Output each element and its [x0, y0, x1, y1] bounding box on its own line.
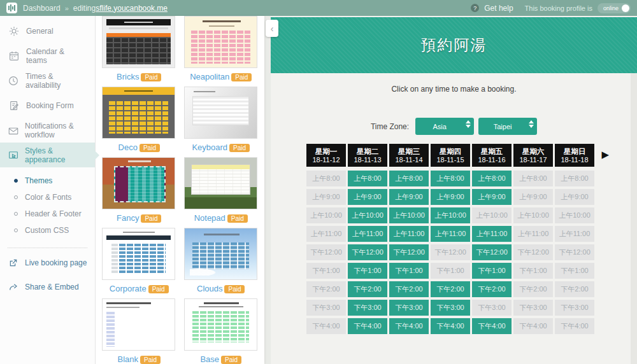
sidebar-item-booking-form[interactable]: Booking Form: [0, 93, 95, 118]
time-slot-18-11-15-下午2:00[interactable]: 下午2:00: [431, 281, 470, 297]
theme-name[interactable]: Bricks: [117, 72, 139, 81]
theme-thumbnail-corporate[interactable]: [102, 228, 175, 280]
theme-name[interactable]: Keyboard: [192, 143, 227, 152]
time-slot-18-11-16-下午1:00[interactable]: 下午1:00: [472, 263, 512, 279]
sidebar-item-notifications-workflow[interactable]: Notifications & workflow: [0, 118, 95, 143]
profile-domain-link[interactable]: sflife.youcanbook.me: [96, 4, 168, 13]
sidebar-subitem-header-footer[interactable]: Header & Footer: [0, 206, 95, 222]
time-slot-18-11-15-上午8:00[interactable]: 上午8:00: [431, 171, 470, 186]
theme-card-fancy[interactable]: FancyPaid: [102, 157, 176, 223]
theme-card-keyboard[interactable]: KeyboardPaid: [184, 87, 259, 152]
theme-name[interactable]: Blank: [117, 354, 138, 364]
theme-card-blank[interactable]: BlankPaid: [102, 298, 176, 364]
time-slot-18-11-16-上午9:00[interactable]: 上午9:00: [472, 189, 512, 205]
time-slot-18-11-14-上午8:00[interactable]: 上午8:00: [389, 171, 429, 186]
time-slot-18-11-18-上午8:00: 上午8:00: [555, 171, 594, 186]
sidebar-item-calendar-teams[interactable]: Calendar & teams: [0, 43, 95, 68]
time-slot-18-11-14-上午9:00[interactable]: 上午9:00: [389, 189, 429, 205]
time-slot-18-11-16-上午8:00[interactable]: 上午8:00: [472, 171, 512, 186]
time-slot-18-11-13-下午4:00[interactable]: 下午4:00: [348, 318, 387, 334]
time-slot-18-11-13-下午3:00[interactable]: 下午3:00: [348, 300, 387, 316]
time-slot-18-11-15-上午11:00[interactable]: 上午11:00: [431, 226, 470, 242]
thumb-decor: [192, 242, 249, 269]
online-toggle[interactable]: online: [598, 3, 631, 13]
time-slot-18-11-13-上午11:00[interactable]: 上午11:00: [348, 226, 387, 242]
day-name: 星期一: [315, 147, 338, 156]
sidebar-item-general[interactable]: General: [0, 18, 95, 43]
theme-card-deco[interactable]: DecoPaid: [102, 87, 176, 152]
online-toggle-label: online: [603, 5, 619, 11]
theme-thumbnail-fancy[interactable]: [102, 157, 175, 209]
time-slot-18-11-15-下午3:00[interactable]: 下午3:00: [431, 300, 470, 316]
theme-thumbnail-blank[interactable]: [102, 298, 175, 351]
theme-card-neapolitan[interactable]: NeapolitanPaid: [184, 16, 259, 81]
theme-card-notepad[interactable]: NotepadPaid: [184, 157, 259, 223]
time-slot-18-11-13-下午12:00[interactable]: 下午12:00: [348, 244, 387, 260]
breadcrumb-dashboard[interactable]: Dashboard: [23, 4, 61, 13]
next-week-arrow-icon[interactable]: ▶: [601, 149, 609, 160]
theme-name[interactable]: Notepad: [194, 213, 225, 223]
time-slot-18-11-14-下午4:00[interactable]: 下午4:00: [389, 318, 429, 334]
time-slot-18-11-16-下午2:00[interactable]: 下午2:00: [472, 281, 512, 297]
theme-name[interactable]: Fancy: [117, 213, 139, 223]
time-slot-18-11-16-下午4:00[interactable]: 下午4:00: [472, 318, 512, 334]
day-header-18-11-12: 星期一18-11-12: [306, 144, 346, 167]
time-slot-18-11-14-下午3:00[interactable]: 下午3:00: [389, 300, 429, 316]
chevron-left-icon: ‹: [271, 24, 274, 34]
time-slot-18-11-15-上午10:00[interactable]: 上午10:00: [431, 207, 470, 223]
editing-label: editing: [73, 4, 96, 13]
theme-thumbnail-deco[interactable]: [102, 87, 175, 139]
theme-card-corporate[interactable]: CorporatePaid: [102, 228, 176, 293]
time-slot-18-11-13-上午10:00[interactable]: 上午10:00: [348, 207, 387, 223]
theme-name[interactable]: Neapolitan: [190, 72, 229, 81]
sidebar-subitem-themes[interactable]: Themes: [0, 172, 95, 189]
time-slot-18-11-13-下午1:00[interactable]: 下午1:00: [348, 263, 387, 279]
timezone-city-select[interactable]: Taipei: [478, 118, 537, 135]
get-help-link[interactable]: Get help: [484, 4, 513, 13]
theme-card-base[interactable]: BasePaid: [184, 298, 259, 364]
time-slot-18-11-18-上午10:00: 上午10:00: [555, 207, 594, 223]
preview-scrollbar[interactable]: [631, 73, 637, 364]
theme-name[interactable]: Corporate: [110, 284, 147, 293]
time-slot-18-11-14-下午12:00[interactable]: 下午12:00: [389, 244, 429, 260]
time-slot-18-11-13-上午9:00[interactable]: 上午9:00: [348, 189, 387, 205]
theme-thumbnail-notepad[interactable]: [184, 157, 257, 209]
timezone-region-select[interactable]: Asia: [415, 118, 474, 135]
time-slot-18-11-12-上午11:00: 上午11:00: [306, 226, 346, 242]
paid-badge: Paid: [140, 144, 160, 152]
toggle-knob-icon: [622, 4, 629, 12]
theme-name[interactable]: Base: [200, 354, 219, 364]
thumb-decor: [203, 20, 241, 22]
sidebar-subitem-custom-css[interactable]: Custom CSS: [0, 222, 95, 239]
thumb-decor: [106, 33, 171, 64]
theme-thumbnail-neapolitan[interactable]: [184, 16, 257, 68]
theme-card-clouds[interactable]: CloudsPaid: [184, 228, 259, 293]
theme-thumbnail-bricks[interactable]: [102, 16, 175, 68]
time-slot-18-11-15-下午4:00[interactable]: 下午4:00: [431, 318, 470, 334]
theme-thumbnail-clouds[interactable]: [184, 228, 257, 280]
help-icon[interactable]: ?: [471, 4, 479, 12]
time-slot-18-11-16-下午12:00[interactable]: 下午12:00: [472, 244, 512, 260]
sidebar-subitem-color-fonts[interactable]: Color & Fonts: [0, 189, 95, 206]
theme-card-bricks[interactable]: BricksPaid: [102, 16, 176, 81]
time-slot-18-11-14-上午10:00[interactable]: 上午10:00: [389, 207, 429, 223]
sidebar-link-share-embed[interactable]: Share & Embed: [0, 275, 95, 299]
collapse-preview-button[interactable]: ‹: [266, 20, 278, 37]
sidebar: GeneralCalendar & teamsTimes & availabil…: [0, 16, 96, 364]
time-slot-18-11-14-下午1:00[interactable]: 下午1:00: [389, 263, 429, 279]
theme-thumbnail-base[interactable]: [184, 298, 257, 351]
time-slot-18-11-15-上午9:00[interactable]: 上午9:00: [431, 189, 470, 205]
theme-name[interactable]: Deco: [118, 143, 138, 152]
sidebar-item-styles-appearance[interactable]: Styles & appearance: [0, 143, 95, 167]
time-slot-18-11-14-下午2:00[interactable]: 下午2:00: [389, 281, 429, 297]
time-slot-18-11-17-下午1:00: 下午1:00: [513, 263, 553, 279]
sidebar-item-times-availability[interactable]: Times & availability: [0, 68, 95, 93]
sidebar-link-live-booking-page[interactable]: Live booking page: [0, 251, 95, 275]
time-slot-18-11-14-上午11:00[interactable]: 上午11:00: [389, 226, 429, 242]
time-slot-18-11-13-下午2:00[interactable]: 下午2:00: [348, 281, 387, 297]
theme-name[interactable]: Clouds: [197, 284, 222, 293]
time-slot-18-11-13-上午8:00[interactable]: 上午8:00: [348, 171, 387, 186]
theme-thumbnail-keyboard[interactable]: [184, 87, 257, 139]
time-slot-18-11-16-上午11:00[interactable]: 上午11:00: [472, 226, 512, 242]
time-slot-18-11-16-下午3:00: 下午3:00: [472, 300, 512, 316]
